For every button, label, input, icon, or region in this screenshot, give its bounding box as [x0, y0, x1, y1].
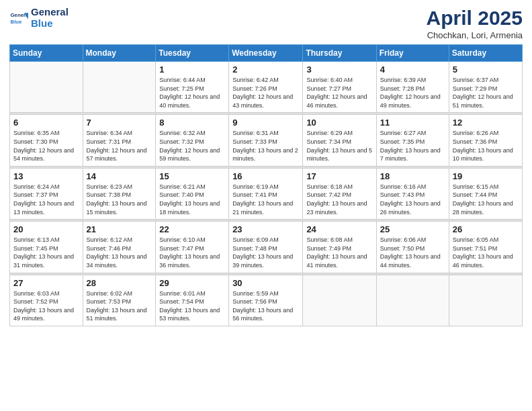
table-row — [449, 275, 522, 326]
day-info: Sunrise: 6:24 AM Sunset: 7:37 PM Dayligh… — [13, 183, 79, 216]
logo-line1: General — [31, 7, 69, 18]
day-number: 24 — [306, 224, 372, 234]
calendar-week-row: 27Sunrise: 6:03 AM Sunset: 7:52 PM Dayli… — [10, 275, 523, 326]
col-wednesday: Wednesday — [229, 45, 303, 62]
day-number: 23 — [232, 224, 299, 234]
day-info: Sunrise: 6:13 AM Sunset: 7:45 PM Dayligh… — [13, 236, 79, 269]
table-row — [376, 275, 449, 326]
day-number: 11 — [380, 118, 445, 128]
day-number: 22 — [159, 224, 225, 234]
day-number: 9 — [232, 118, 299, 128]
day-info: Sunrise: 6:21 AM Sunset: 7:40 PM Dayligh… — [159, 183, 225, 216]
table-row: 5Sunrise: 6:37 AM Sunset: 7:29 PM Daylig… — [449, 62, 522, 113]
day-number: 20 — [13, 224, 79, 234]
table-row: 11Sunrise: 6:27 AM Sunset: 7:35 PM Dayli… — [376, 115, 449, 166]
day-number: 19 — [453, 171, 519, 181]
day-number: 8 — [159, 118, 225, 128]
day-number: 26 — [453, 224, 519, 234]
col-saturday: Saturday — [449, 45, 522, 62]
day-number: 15 — [159, 171, 225, 181]
table-row: 10Sunrise: 6:29 AM Sunset: 7:34 PM Dayli… — [303, 115, 376, 166]
day-number: 27 — [13, 278, 79, 288]
day-number: 16 — [232, 171, 299, 181]
day-number: 3 — [306, 64, 372, 75]
col-tuesday: Tuesday — [156, 45, 229, 62]
table-row: 15Sunrise: 6:21 AM Sunset: 7:40 PM Dayli… — [156, 168, 229, 219]
day-number: 1 — [159, 64, 225, 75]
col-monday: Monday — [83, 45, 156, 62]
table-row: 20Sunrise: 6:13 AM Sunset: 7:45 PM Dayli… — [10, 222, 83, 273]
day-number: 2 — [232, 64, 299, 75]
table-row: 13Sunrise: 6:24 AM Sunset: 7:37 PM Dayli… — [10, 168, 83, 219]
location: Chochkan, Lori, Armenia — [427, 30, 523, 40]
table-row: 26Sunrise: 6:05 AM Sunset: 7:51 PM Dayli… — [449, 222, 522, 273]
day-info: Sunrise: 6:09 AM Sunset: 7:48 PM Dayligh… — [232, 236, 299, 269]
col-sunday: Sunday — [10, 45, 83, 62]
day-number: 30 — [232, 278, 299, 288]
day-info: Sunrise: 6:39 AM Sunset: 7:28 PM Dayligh… — [380, 76, 445, 109]
svg-text:Blue: Blue — [11, 18, 23, 24]
day-info: Sunrise: 6:29 AM Sunset: 7:34 PM Dayligh… — [306, 129, 372, 163]
calendar-table: Sunday Monday Tuesday Wednesday Thursday… — [9, 44, 523, 326]
month-title: April 2025 — [427, 7, 523, 29]
day-info: Sunrise: 6:06 AM Sunset: 7:50 PM Dayligh… — [380, 236, 445, 269]
day-number: 25 — [380, 224, 445, 234]
table-row: 7Sunrise: 6:34 AM Sunset: 7:31 PM Daylig… — [83, 115, 156, 166]
table-row: 6Sunrise: 6:35 AM Sunset: 7:30 PM Daylig… — [10, 115, 83, 166]
logo-line2: Blue — [31, 17, 53, 29]
header: General Blue General Blue April 2025 Cho… — [9, 7, 523, 40]
table-row: 19Sunrise: 6:15 AM Sunset: 7:44 PM Dayli… — [449, 168, 522, 219]
table-row — [83, 62, 156, 113]
table-row: 17Sunrise: 6:18 AM Sunset: 7:42 PM Dayli… — [303, 168, 376, 219]
day-number: 14 — [87, 171, 152, 181]
table-row: 9Sunrise: 6:31 AM Sunset: 7:33 PM Daylig… — [229, 115, 303, 166]
logo-icon: General Blue — [9, 9, 28, 28]
table-row: 25Sunrise: 6:06 AM Sunset: 7:50 PM Dayli… — [376, 222, 449, 273]
table-row: 23Sunrise: 6:09 AM Sunset: 7:48 PM Dayli… — [229, 222, 303, 273]
day-info: Sunrise: 6:01 AM Sunset: 7:54 PM Dayligh… — [159, 289, 225, 323]
col-friday: Friday — [376, 45, 449, 62]
day-info: Sunrise: 6:34 AM Sunset: 7:31 PM Dayligh… — [87, 129, 152, 163]
table-row: 16Sunrise: 6:19 AM Sunset: 7:41 PM Dayli… — [229, 168, 303, 219]
table-row: 2Sunrise: 6:42 AM Sunset: 7:26 PM Daylig… — [229, 62, 303, 113]
day-number: 29 — [159, 278, 225, 288]
table-row: 8Sunrise: 6:32 AM Sunset: 7:32 PM Daylig… — [156, 115, 229, 166]
title-block: April 2025 Chochkan, Lori, Armenia — [427, 7, 523, 40]
day-info: Sunrise: 6:03 AM Sunset: 7:52 PM Dayligh… — [13, 289, 79, 323]
day-info: Sunrise: 6:12 AM Sunset: 7:46 PM Dayligh… — [87, 236, 152, 269]
table-row: 21Sunrise: 6:12 AM Sunset: 7:46 PM Dayli… — [83, 222, 156, 273]
day-info: Sunrise: 6:10 AM Sunset: 7:47 PM Dayligh… — [159, 236, 225, 269]
day-info: Sunrise: 6:23 AM Sunset: 7:38 PM Dayligh… — [87, 183, 152, 216]
calendar-week-row: 6Sunrise: 6:35 AM Sunset: 7:30 PM Daylig… — [10, 115, 523, 166]
table-row: 22Sunrise: 6:10 AM Sunset: 7:47 PM Dayli… — [156, 222, 229, 273]
day-info: Sunrise: 6:16 AM Sunset: 7:43 PM Dayligh… — [380, 183, 445, 216]
table-row: 12Sunrise: 6:26 AM Sunset: 7:36 PM Dayli… — [449, 115, 522, 166]
logo: General Blue General Blue — [9, 7, 69, 29]
day-number: 7 — [87, 118, 152, 128]
day-info: Sunrise: 6:42 AM Sunset: 7:26 PM Dayligh… — [232, 76, 299, 109]
logo-text: General Blue — [31, 7, 69, 29]
day-number: 13 — [13, 171, 79, 181]
day-number: 4 — [380, 64, 445, 75]
table-row — [10, 62, 83, 113]
table-row: 1Sunrise: 6:44 AM Sunset: 7:25 PM Daylig… — [156, 62, 229, 113]
day-number: 28 — [87, 278, 152, 288]
day-number: 5 — [453, 64, 519, 75]
day-number: 21 — [87, 224, 152, 234]
calendar-week-row: 1Sunrise: 6:44 AM Sunset: 7:25 PM Daylig… — [10, 62, 523, 113]
day-info: Sunrise: 6:08 AM Sunset: 7:49 PM Dayligh… — [306, 236, 372, 269]
day-info: Sunrise: 6:40 AM Sunset: 7:27 PM Dayligh… — [306, 76, 372, 109]
day-info: Sunrise: 6:26 AM Sunset: 7:36 PM Dayligh… — [453, 129, 519, 163]
table-row: 28Sunrise: 6:02 AM Sunset: 7:53 PM Dayli… — [83, 275, 156, 326]
day-number: 18 — [380, 171, 445, 181]
day-info: Sunrise: 6:18 AM Sunset: 7:42 PM Dayligh… — [306, 183, 372, 216]
day-info: Sunrise: 6:15 AM Sunset: 7:44 PM Dayligh… — [453, 183, 519, 216]
calendar-week-row: 13Sunrise: 6:24 AM Sunset: 7:37 PM Dayli… — [10, 168, 523, 219]
table-row — [303, 275, 376, 326]
table-row: 30Sunrise: 5:59 AM Sunset: 7:56 PM Dayli… — [229, 275, 303, 326]
day-info: Sunrise: 6:19 AM Sunset: 7:41 PM Dayligh… — [232, 183, 299, 216]
table-row: 4Sunrise: 6:39 AM Sunset: 7:28 PM Daylig… — [376, 62, 449, 113]
table-row: 29Sunrise: 6:01 AM Sunset: 7:54 PM Dayli… — [156, 275, 229, 326]
day-info: Sunrise: 5:59 AM Sunset: 7:56 PM Dayligh… — [232, 289, 299, 323]
day-info: Sunrise: 6:27 AM Sunset: 7:35 PM Dayligh… — [380, 129, 445, 163]
